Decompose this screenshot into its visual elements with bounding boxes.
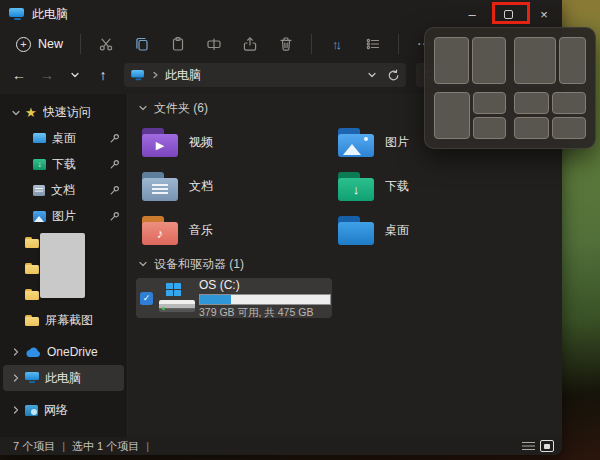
folder-icon <box>25 315 39 326</box>
documents-folder-icon <box>142 172 178 201</box>
back-button[interactable]: ← <box>6 62 32 88</box>
view-options-icon <box>365 36 381 52</box>
snap-zone[interactable] <box>472 37 507 84</box>
desktop-wallpaper: 此电脑 – × + New <box>0 0 600 460</box>
chevron-down-icon[interactable] <box>11 108 25 118</box>
folder-tile-music[interactable]: ♪ 音乐 <box>136 208 332 252</box>
drive-item-os-c[interactable]: ✓ OS (C:) 379 GB 可用, 共 475 GB <box>136 278 332 318</box>
snap-zone[interactable] <box>434 37 469 84</box>
snap-zone[interactable] <box>514 37 556 84</box>
sidebar-item-this-pc[interactable]: 此电脑 <box>3 365 124 391</box>
view-button[interactable] <box>355 31 391 57</box>
sidebar-item-pictures[interactable]: 图片 <box>3 203 124 229</box>
forward-button[interactable]: → <box>34 62 60 88</box>
snap-zone[interactable] <box>552 117 587 139</box>
drive-usage-text: 379 GB 可用, 共 475 GB <box>199 307 328 318</box>
selection-count: 选中 1 个项目 <box>72 439 139 454</box>
folder-tile-desktop[interactable]: 桌面 <box>332 208 528 252</box>
folder-tile-downloads[interactable]: ↓ 下载 <box>332 164 528 208</box>
scissors-icon <box>98 36 114 52</box>
chevron-right-icon[interactable] <box>11 405 25 415</box>
minimize-button[interactable]: – <box>454 0 490 28</box>
copy-button[interactable] <box>124 31 160 57</box>
status-bar: 7 个项目 | 选中 1 个项目 | <box>0 437 562 455</box>
folder-tile-documents[interactable]: 文档 <box>136 164 332 208</box>
up-button[interactable]: ↑ <box>90 62 116 88</box>
toolbar-divider <box>311 34 312 54</box>
drive-info: OS (C:) 379 GB 可用, 共 475 GB <box>199 279 328 318</box>
titlebar[interactable]: 此电脑 – × <box>0 0 562 28</box>
forward-arrow-icon: → <box>40 67 54 83</box>
snap-zone[interactable] <box>473 117 507 139</box>
snap-layout-option-split-70-30[interactable] <box>514 37 586 84</box>
sidebar-item-documents[interactable]: 文档 <box>3 177 124 203</box>
onedrive-cloud-icon <box>25 347 41 358</box>
share-button[interactable] <box>232 31 268 57</box>
chevron-right-icon[interactable] <box>11 347 25 357</box>
cut-button[interactable] <box>88 31 124 57</box>
minimize-icon: – <box>468 7 475 22</box>
windows-logo-icon <box>166 283 181 296</box>
rename-button[interactable] <box>196 31 232 57</box>
downloads-folder-icon: ↓ <box>338 172 374 201</box>
view-toggle-group <box>522 440 554 452</box>
snap-layout-option-left-right-stacked[interactable] <box>434 92 506 139</box>
desktop-icon <box>33 133 46 143</box>
sidebar-item-onedrive[interactable]: OneDrive <box>3 339 124 365</box>
close-button[interactable]: × <box>526 0 562 28</box>
address-bar-right <box>367 69 400 82</box>
sidebar-item-network[interactable]: 网络 <box>3 397 124 423</box>
delete-button[interactable] <box>268 31 304 57</box>
desktop-folder-icon <box>338 216 374 245</box>
new-button[interactable]: + New <box>8 33 73 56</box>
chevron-right-icon <box>151 70 160 80</box>
rename-icon <box>206 36 222 52</box>
snap-zone[interactable] <box>552 92 587 114</box>
address-bar[interactable]: 此电脑 <box>124 63 406 87</box>
documents-icon <box>33 185 45 196</box>
pictures-folder-icon <box>338 128 374 157</box>
folder-icon <box>25 289 39 300</box>
tooltip-overlay <box>40 233 85 298</box>
toolbar-divider <box>398 34 399 54</box>
drive-checkbox[interactable]: ✓ <box>140 292 153 305</box>
details-view-icon[interactable] <box>522 441 535 452</box>
trash-icon <box>278 36 294 52</box>
pictures-icon <box>33 211 46 222</box>
up-arrow-icon: ↑ <box>100 67 107 83</box>
sidebar-item-desktop[interactable]: 桌面 <box>3 125 124 151</box>
snap-zone[interactable] <box>514 92 549 114</box>
large-icons-view-icon[interactable] <box>540 440 554 452</box>
star-icon: ★ <box>25 105 37 120</box>
share-icon <box>242 36 258 52</box>
this-pc-icon <box>9 8 25 21</box>
paste-icon <box>170 36 186 52</box>
music-folder-icon: ♪ <box>142 216 178 245</box>
snap-zone[interactable] <box>559 37 586 84</box>
new-button-label: New <box>38 37 63 51</box>
pin-icon <box>109 159 120 170</box>
refresh-icon[interactable] <box>387 69 400 82</box>
pin-icon <box>109 185 120 196</box>
paste-button[interactable] <box>160 31 196 57</box>
snap-layout-option-grid-2x2[interactable] <box>514 92 586 139</box>
address-dropdown-chevron-icon[interactable] <box>367 70 377 80</box>
sidebar-item-screenshots[interactable]: 屏幕截图 <box>3 307 124 333</box>
sort-button[interactable]: ↑↓ <box>319 31 355 57</box>
snap-layout-option-split-50-50[interactable] <box>434 37 506 84</box>
copy-icon <box>134 36 150 52</box>
folder-tile-videos[interactable]: ▶ 视频 <box>136 120 332 164</box>
snap-layouts-popup <box>424 27 596 149</box>
snap-zone[interactable] <box>473 92 507 114</box>
chevron-right-icon[interactable] <box>11 373 25 383</box>
recent-locations-button[interactable] <box>62 62 88 88</box>
snap-zone[interactable] <box>514 117 549 139</box>
this-pc-icon <box>25 372 39 384</box>
pin-icon <box>109 211 120 222</box>
breadcrumb-this-pc[interactable]: 此电脑 <box>165 67 201 84</box>
sidebar-item-downloads[interactable]: ↓ 下载 <box>3 151 124 177</box>
devices-section-header[interactable]: 设备和驱动器 (1) <box>136 254 562 274</box>
snap-zone[interactable] <box>434 92 470 139</box>
sidebar-item-quick-access[interactable]: ★ 快速访问 <box>3 100 124 125</box>
window-title: 此电脑 <box>32 6 68 23</box>
